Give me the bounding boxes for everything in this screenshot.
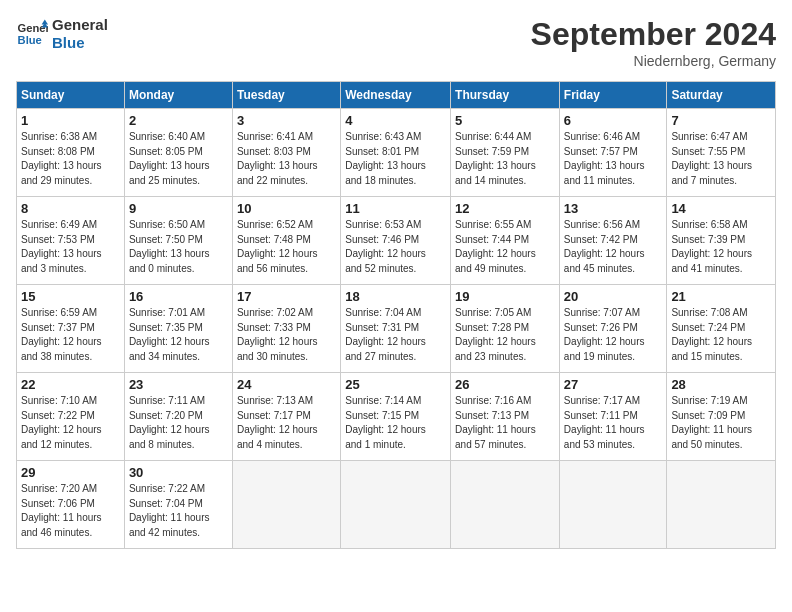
week-row-2: 8Sunrise: 6:49 AMSunset: 7:53 PMDaylight…	[17, 197, 776, 285]
day-info: Sunrise: 7:04 AMSunset: 7:31 PMDaylight:…	[345, 306, 446, 364]
day-cell: 18Sunrise: 7:04 AMSunset: 7:31 PMDayligh…	[341, 285, 451, 373]
header: General Blue General Blue September 2024…	[16, 16, 776, 69]
day-cell	[559, 461, 667, 549]
day-info: Sunrise: 7:20 AMSunset: 7:06 PMDaylight:…	[21, 482, 120, 540]
day-number: 25	[345, 377, 446, 392]
day-cell: 15Sunrise: 6:59 AMSunset: 7:37 PMDayligh…	[17, 285, 125, 373]
day-number: 17	[237, 289, 336, 304]
day-cell: 17Sunrise: 7:02 AMSunset: 7:33 PMDayligh…	[232, 285, 340, 373]
day-cell: 24Sunrise: 7:13 AMSunset: 7:17 PMDayligh…	[232, 373, 340, 461]
day-info: Sunrise: 7:22 AMSunset: 7:04 PMDaylight:…	[129, 482, 228, 540]
day-cell: 16Sunrise: 7:01 AMSunset: 7:35 PMDayligh…	[124, 285, 232, 373]
day-number: 4	[345, 113, 446, 128]
day-info: Sunrise: 6:53 AMSunset: 7:46 PMDaylight:…	[345, 218, 446, 276]
day-number: 3	[237, 113, 336, 128]
day-cell: 28Sunrise: 7:19 AMSunset: 7:09 PMDayligh…	[667, 373, 776, 461]
day-info: Sunrise: 6:50 AMSunset: 7:50 PMDaylight:…	[129, 218, 228, 276]
day-info: Sunrise: 6:59 AMSunset: 7:37 PMDaylight:…	[21, 306, 120, 364]
day-info: Sunrise: 6:41 AMSunset: 8:03 PMDaylight:…	[237, 130, 336, 188]
week-row-4: 22Sunrise: 7:10 AMSunset: 7:22 PMDayligh…	[17, 373, 776, 461]
day-info: Sunrise: 7:07 AMSunset: 7:26 PMDaylight:…	[564, 306, 663, 364]
day-cell: 4Sunrise: 6:43 AMSunset: 8:01 PMDaylight…	[341, 109, 451, 197]
day-number: 28	[671, 377, 771, 392]
logo: General Blue General Blue	[16, 16, 108, 52]
day-info: Sunrise: 6:49 AMSunset: 7:53 PMDaylight:…	[21, 218, 120, 276]
day-number: 22	[21, 377, 120, 392]
week-row-3: 15Sunrise: 6:59 AMSunset: 7:37 PMDayligh…	[17, 285, 776, 373]
day-cell: 2Sunrise: 6:40 AMSunset: 8:05 PMDaylight…	[124, 109, 232, 197]
day-number: 11	[345, 201, 446, 216]
day-number: 9	[129, 201, 228, 216]
day-number: 1	[21, 113, 120, 128]
day-cell	[341, 461, 451, 549]
day-cell: 19Sunrise: 7:05 AMSunset: 7:28 PMDayligh…	[451, 285, 560, 373]
col-header-tuesday: Tuesday	[232, 82, 340, 109]
calendar-subtitle: Niedernberg, Germany	[531, 53, 776, 69]
day-info: Sunrise: 7:08 AMSunset: 7:24 PMDaylight:…	[671, 306, 771, 364]
day-cell	[451, 461, 560, 549]
day-cell: 3Sunrise: 6:41 AMSunset: 8:03 PMDaylight…	[232, 109, 340, 197]
day-cell: 5Sunrise: 6:44 AMSunset: 7:59 PMDaylight…	[451, 109, 560, 197]
day-cell: 1Sunrise: 6:38 AMSunset: 8:08 PMDaylight…	[17, 109, 125, 197]
day-cell: 29Sunrise: 7:20 AMSunset: 7:06 PMDayligh…	[17, 461, 125, 549]
col-header-wednesday: Wednesday	[341, 82, 451, 109]
day-info: Sunrise: 6:58 AMSunset: 7:39 PMDaylight:…	[671, 218, 771, 276]
logo-blue: Blue	[52, 34, 108, 52]
day-cell: 25Sunrise: 7:14 AMSunset: 7:15 PMDayligh…	[341, 373, 451, 461]
day-number: 16	[129, 289, 228, 304]
day-cell: 8Sunrise: 6:49 AMSunset: 7:53 PMDaylight…	[17, 197, 125, 285]
day-number: 7	[671, 113, 771, 128]
day-cell	[667, 461, 776, 549]
day-info: Sunrise: 6:43 AMSunset: 8:01 PMDaylight:…	[345, 130, 446, 188]
calendar-title: September 2024	[531, 16, 776, 53]
day-number: 23	[129, 377, 228, 392]
day-cell: 23Sunrise: 7:11 AMSunset: 7:20 PMDayligh…	[124, 373, 232, 461]
day-number: 8	[21, 201, 120, 216]
day-number: 29	[21, 465, 120, 480]
day-info: Sunrise: 6:52 AMSunset: 7:48 PMDaylight:…	[237, 218, 336, 276]
day-number: 5	[455, 113, 555, 128]
day-cell: 9Sunrise: 6:50 AMSunset: 7:50 PMDaylight…	[124, 197, 232, 285]
col-header-thursday: Thursday	[451, 82, 560, 109]
day-info: Sunrise: 7:02 AMSunset: 7:33 PMDaylight:…	[237, 306, 336, 364]
day-info: Sunrise: 6:56 AMSunset: 7:42 PMDaylight:…	[564, 218, 663, 276]
day-cell: 6Sunrise: 6:46 AMSunset: 7:57 PMDaylight…	[559, 109, 667, 197]
day-number: 27	[564, 377, 663, 392]
day-number: 24	[237, 377, 336, 392]
day-cell: 7Sunrise: 6:47 AMSunset: 7:55 PMDaylight…	[667, 109, 776, 197]
day-info: Sunrise: 7:17 AMSunset: 7:11 PMDaylight:…	[564, 394, 663, 452]
day-cell	[232, 461, 340, 549]
logo-icon: General Blue	[16, 18, 48, 50]
svg-text:Blue: Blue	[18, 34, 42, 46]
day-info: Sunrise: 7:13 AMSunset: 7:17 PMDaylight:…	[237, 394, 336, 452]
col-header-sunday: Sunday	[17, 82, 125, 109]
day-info: Sunrise: 7:11 AMSunset: 7:20 PMDaylight:…	[129, 394, 228, 452]
day-info: Sunrise: 7:10 AMSunset: 7:22 PMDaylight:…	[21, 394, 120, 452]
day-cell: 13Sunrise: 6:56 AMSunset: 7:42 PMDayligh…	[559, 197, 667, 285]
day-info: Sunrise: 7:14 AMSunset: 7:15 PMDaylight:…	[345, 394, 446, 452]
day-info: Sunrise: 7:16 AMSunset: 7:13 PMDaylight:…	[455, 394, 555, 452]
col-header-friday: Friday	[559, 82, 667, 109]
day-number: 6	[564, 113, 663, 128]
day-number: 30	[129, 465, 228, 480]
day-number: 14	[671, 201, 771, 216]
day-info: Sunrise: 7:19 AMSunset: 7:09 PMDaylight:…	[671, 394, 771, 452]
day-info: Sunrise: 6:40 AMSunset: 8:05 PMDaylight:…	[129, 130, 228, 188]
day-number: 15	[21, 289, 120, 304]
week-row-1: 1Sunrise: 6:38 AMSunset: 8:08 PMDaylight…	[17, 109, 776, 197]
col-header-saturday: Saturday	[667, 82, 776, 109]
day-cell: 21Sunrise: 7:08 AMSunset: 7:24 PMDayligh…	[667, 285, 776, 373]
title-area: September 2024 Niedernberg, Germany	[531, 16, 776, 69]
day-info: Sunrise: 6:44 AMSunset: 7:59 PMDaylight:…	[455, 130, 555, 188]
day-number: 21	[671, 289, 771, 304]
day-number: 13	[564, 201, 663, 216]
day-cell: 27Sunrise: 7:17 AMSunset: 7:11 PMDayligh…	[559, 373, 667, 461]
week-row-5: 29Sunrise: 7:20 AMSunset: 7:06 PMDayligh…	[17, 461, 776, 549]
calendar-table: SundayMondayTuesdayWednesdayThursdayFrid…	[16, 81, 776, 549]
day-cell: 10Sunrise: 6:52 AMSunset: 7:48 PMDayligh…	[232, 197, 340, 285]
day-cell: 26Sunrise: 7:16 AMSunset: 7:13 PMDayligh…	[451, 373, 560, 461]
day-number: 18	[345, 289, 446, 304]
day-number: 12	[455, 201, 555, 216]
day-cell: 30Sunrise: 7:22 AMSunset: 7:04 PMDayligh…	[124, 461, 232, 549]
logo-general: General	[52, 16, 108, 34]
